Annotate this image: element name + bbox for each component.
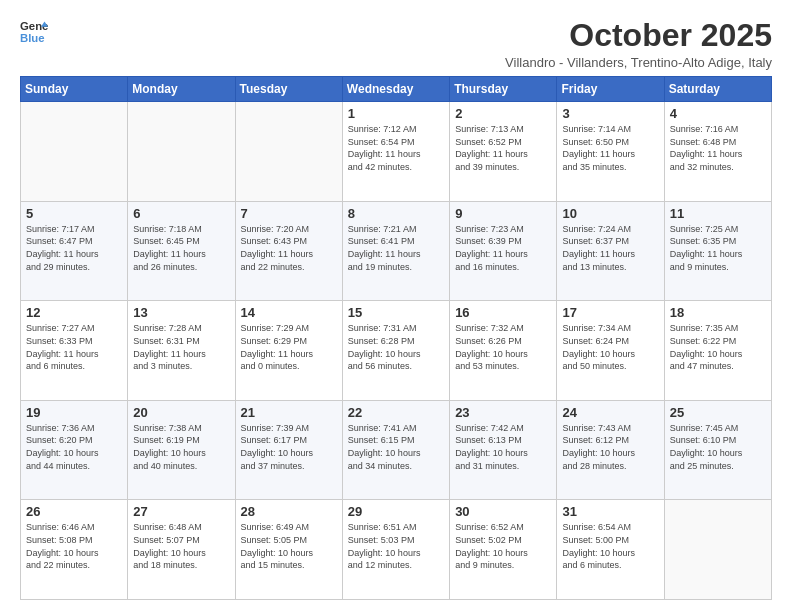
calendar-cell-3-2: 13Sunrise: 7:28 AM Sunset: 6:31 PM Dayli…: [128, 301, 235, 401]
day-number: 24: [562, 405, 658, 420]
day-number: 30: [455, 504, 551, 519]
day-number: 21: [241, 405, 337, 420]
day-info: Sunrise: 7:13 AM Sunset: 6:52 PM Dayligh…: [455, 123, 551, 173]
day-number: 23: [455, 405, 551, 420]
calendar-cell-1-6: 3Sunrise: 7:14 AM Sunset: 6:50 PM Daylig…: [557, 102, 664, 202]
svg-text:Blue: Blue: [20, 32, 45, 44]
day-number: 15: [348, 305, 444, 320]
day-info: Sunrise: 7:14 AM Sunset: 6:50 PM Dayligh…: [562, 123, 658, 173]
day-number: 25: [670, 405, 766, 420]
calendar-cell-4-1: 19Sunrise: 7:36 AM Sunset: 6:20 PM Dayli…: [21, 400, 128, 500]
day-info: Sunrise: 7:42 AM Sunset: 6:13 PM Dayligh…: [455, 422, 551, 472]
calendar-week-4: 19Sunrise: 7:36 AM Sunset: 6:20 PM Dayli…: [21, 400, 772, 500]
day-info: Sunrise: 7:25 AM Sunset: 6:35 PM Dayligh…: [670, 223, 766, 273]
calendar-header-sunday: Sunday: [21, 77, 128, 102]
calendar-week-1: 1Sunrise: 7:12 AM Sunset: 6:54 PM Daylig…: [21, 102, 772, 202]
day-info: Sunrise: 7:35 AM Sunset: 6:22 PM Dayligh…: [670, 322, 766, 372]
calendar-cell-3-1: 12Sunrise: 7:27 AM Sunset: 6:33 PM Dayli…: [21, 301, 128, 401]
calendar-header-row: SundayMondayTuesdayWednesdayThursdayFrid…: [21, 77, 772, 102]
calendar-cell-5-5: 30Sunrise: 6:52 AM Sunset: 5:02 PM Dayli…: [450, 500, 557, 600]
calendar-week-2: 5Sunrise: 7:17 AM Sunset: 6:47 PM Daylig…: [21, 201, 772, 301]
day-number: 31: [562, 504, 658, 519]
calendar-cell-1-7: 4Sunrise: 7:16 AM Sunset: 6:48 PM Daylig…: [664, 102, 771, 202]
calendar-cell-3-3: 14Sunrise: 7:29 AM Sunset: 6:29 PM Dayli…: [235, 301, 342, 401]
day-info: Sunrise: 7:23 AM Sunset: 6:39 PM Dayligh…: [455, 223, 551, 273]
day-info: Sunrise: 6:51 AM Sunset: 5:03 PM Dayligh…: [348, 521, 444, 571]
calendar-cell-4-6: 24Sunrise: 7:43 AM Sunset: 6:12 PM Dayli…: [557, 400, 664, 500]
day-number: 19: [26, 405, 122, 420]
day-info: Sunrise: 7:18 AM Sunset: 6:45 PM Dayligh…: [133, 223, 229, 273]
day-number: 20: [133, 405, 229, 420]
calendar-cell-2-2: 6Sunrise: 7:18 AM Sunset: 6:45 PM Daylig…: [128, 201, 235, 301]
day-number: 28: [241, 504, 337, 519]
day-number: 22: [348, 405, 444, 420]
calendar-cell-4-4: 22Sunrise: 7:41 AM Sunset: 6:15 PM Dayli…: [342, 400, 449, 500]
day-info: Sunrise: 7:41 AM Sunset: 6:15 PM Dayligh…: [348, 422, 444, 472]
day-info: Sunrise: 7:20 AM Sunset: 6:43 PM Dayligh…: [241, 223, 337, 273]
day-number: 14: [241, 305, 337, 320]
day-info: Sunrise: 7:39 AM Sunset: 6:17 PM Dayligh…: [241, 422, 337, 472]
header: General Blue October 2025 Villandro - Vi…: [20, 18, 772, 70]
page: General Blue October 2025 Villandro - Vi…: [0, 0, 792, 612]
day-number: 4: [670, 106, 766, 121]
calendar-cell-1-5: 2Sunrise: 7:13 AM Sunset: 6:52 PM Daylig…: [450, 102, 557, 202]
day-info: Sunrise: 7:32 AM Sunset: 6:26 PM Dayligh…: [455, 322, 551, 372]
calendar-week-3: 12Sunrise: 7:27 AM Sunset: 6:33 PM Dayli…: [21, 301, 772, 401]
day-info: Sunrise: 7:17 AM Sunset: 6:47 PM Dayligh…: [26, 223, 122, 273]
day-number: 5: [26, 206, 122, 221]
calendar-cell-5-4: 29Sunrise: 6:51 AM Sunset: 5:03 PM Dayli…: [342, 500, 449, 600]
day-info: Sunrise: 6:49 AM Sunset: 5:05 PM Dayligh…: [241, 521, 337, 571]
day-number: 1: [348, 106, 444, 121]
day-info: Sunrise: 7:36 AM Sunset: 6:20 PM Dayligh…: [26, 422, 122, 472]
calendar-week-5: 26Sunrise: 6:46 AM Sunset: 5:08 PM Dayli…: [21, 500, 772, 600]
calendar-cell-4-2: 20Sunrise: 7:38 AM Sunset: 6:19 PM Dayli…: [128, 400, 235, 500]
day-number: 13: [133, 305, 229, 320]
calendar-cell-2-5: 9Sunrise: 7:23 AM Sunset: 6:39 PM Daylig…: [450, 201, 557, 301]
month-title: October 2025: [505, 18, 772, 53]
day-info: Sunrise: 7:31 AM Sunset: 6:28 PM Dayligh…: [348, 322, 444, 372]
day-number: 11: [670, 206, 766, 221]
calendar-cell-1-1: [21, 102, 128, 202]
day-number: 16: [455, 305, 551, 320]
calendar-cell-5-6: 31Sunrise: 6:54 AM Sunset: 5:00 PM Dayli…: [557, 500, 664, 600]
calendar-cell-3-6: 17Sunrise: 7:34 AM Sunset: 6:24 PM Dayli…: [557, 301, 664, 401]
calendar-header-tuesday: Tuesday: [235, 77, 342, 102]
calendar-cell-3-7: 18Sunrise: 7:35 AM Sunset: 6:22 PM Dayli…: [664, 301, 771, 401]
day-info: Sunrise: 7:45 AM Sunset: 6:10 PM Dayligh…: [670, 422, 766, 472]
calendar-table: SundayMondayTuesdayWednesdayThursdayFrid…: [20, 76, 772, 600]
calendar-header-thursday: Thursday: [450, 77, 557, 102]
calendar-cell-5-7: [664, 500, 771, 600]
day-number: 27: [133, 504, 229, 519]
calendar-cell-5-2: 27Sunrise: 6:48 AM Sunset: 5:07 PM Dayli…: [128, 500, 235, 600]
day-info: Sunrise: 7:34 AM Sunset: 6:24 PM Dayligh…: [562, 322, 658, 372]
day-number: 9: [455, 206, 551, 221]
calendar-header-monday: Monday: [128, 77, 235, 102]
day-number: 10: [562, 206, 658, 221]
day-info: Sunrise: 7:21 AM Sunset: 6:41 PM Dayligh…: [348, 223, 444, 273]
day-info: Sunrise: 7:28 AM Sunset: 6:31 PM Dayligh…: [133, 322, 229, 372]
calendar-cell-4-3: 21Sunrise: 7:39 AM Sunset: 6:17 PM Dayli…: [235, 400, 342, 500]
calendar-cell-3-4: 15Sunrise: 7:31 AM Sunset: 6:28 PM Dayli…: [342, 301, 449, 401]
calendar-cell-2-7: 11Sunrise: 7:25 AM Sunset: 6:35 PM Dayli…: [664, 201, 771, 301]
day-number: 12: [26, 305, 122, 320]
calendar-cell-5-3: 28Sunrise: 6:49 AM Sunset: 5:05 PM Dayli…: [235, 500, 342, 600]
calendar-cell-1-2: [128, 102, 235, 202]
calendar-cell-5-1: 26Sunrise: 6:46 AM Sunset: 5:08 PM Dayli…: [21, 500, 128, 600]
calendar-cell-1-4: 1Sunrise: 7:12 AM Sunset: 6:54 PM Daylig…: [342, 102, 449, 202]
calendar-cell-1-3: [235, 102, 342, 202]
day-number: 7: [241, 206, 337, 221]
day-number: 18: [670, 305, 766, 320]
calendar-cell-4-7: 25Sunrise: 7:45 AM Sunset: 6:10 PM Dayli…: [664, 400, 771, 500]
day-number: 2: [455, 106, 551, 121]
day-info: Sunrise: 7:16 AM Sunset: 6:48 PM Dayligh…: [670, 123, 766, 173]
day-number: 26: [26, 504, 122, 519]
logo-icon: General Blue: [20, 18, 48, 46]
day-info: Sunrise: 6:54 AM Sunset: 5:00 PM Dayligh…: [562, 521, 658, 571]
calendar-header-friday: Friday: [557, 77, 664, 102]
day-number: 17: [562, 305, 658, 320]
day-number: 8: [348, 206, 444, 221]
day-info: Sunrise: 7:43 AM Sunset: 6:12 PM Dayligh…: [562, 422, 658, 472]
day-info: Sunrise: 6:52 AM Sunset: 5:02 PM Dayligh…: [455, 521, 551, 571]
day-info: Sunrise: 7:12 AM Sunset: 6:54 PM Dayligh…: [348, 123, 444, 173]
day-info: Sunrise: 7:29 AM Sunset: 6:29 PM Dayligh…: [241, 322, 337, 372]
